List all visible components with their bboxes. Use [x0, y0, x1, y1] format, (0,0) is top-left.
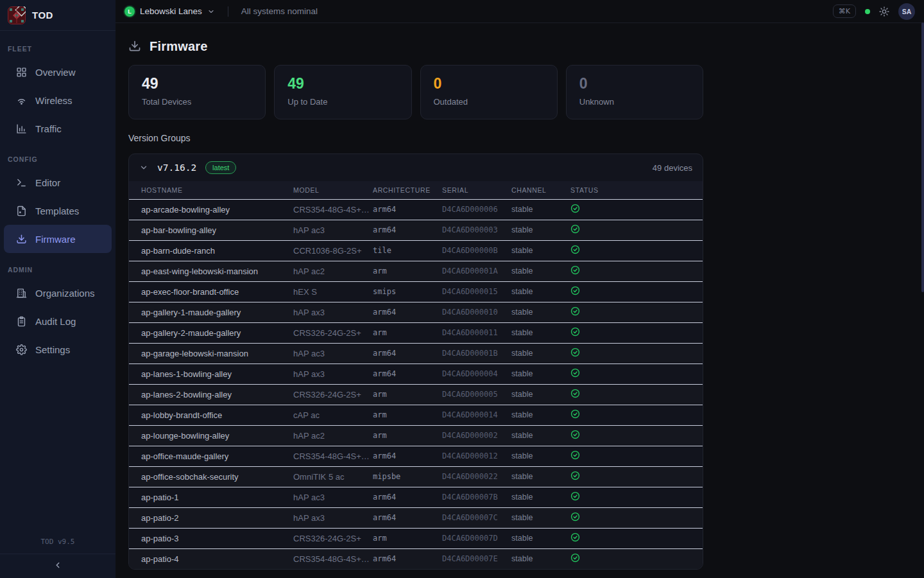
cell-status	[570, 425, 703, 446]
cell-status	[570, 302, 703, 322]
cell-status	[570, 528, 703, 548]
cell-host: ap-patio-3	[129, 528, 293, 548]
topbar-right: ⌘K SA	[833, 3, 915, 20]
stat-card-unknown: 0 Unknown	[566, 65, 703, 119]
device-row-ap-patio-1[interactable]: ap-patio-1hAP ac3arm64D4CA6D00007Bstable	[129, 487, 703, 507]
cell-arch: arm64	[373, 507, 442, 528]
section-title: Version Groups	[128, 133, 924, 143]
cell-model: cAP ac	[293, 405, 373, 425]
sidebar-item-settings[interactable]: Settings	[0, 335, 116, 363]
sidebar-collapse-button[interactable]	[0, 554, 116, 578]
sidebar-item-organizations[interactable]: Organizations	[0, 279, 116, 307]
sidebar-item-label: Firmware	[35, 234, 76, 245]
check-circle-icon	[570, 389, 580, 398]
cell-status	[570, 199, 703, 220]
cell-model: hAP ax3	[293, 302, 373, 322]
sidebar-item-overview[interactable]: Overview	[0, 58, 116, 86]
stat-label: Outdated	[434, 97, 544, 107]
check-circle-icon	[570, 491, 580, 501]
cell-chan: stable	[511, 199, 570, 220]
cell-chan: stable	[511, 240, 570, 261]
version-group-header[interactable]: v7.16.2 latest 49 devices	[129, 154, 703, 181]
user-avatar[interactable]: SA	[898, 3, 915, 20]
cell-serial: D4CA6D000003	[442, 220, 511, 240]
device-row-ap-east-wing-lebowski-mansion[interactable]: ap-east-wing-lebowski-mansionhAP ac2armD…	[129, 261, 703, 281]
sidebar-item-firmware[interactable]: Firmware	[4, 225, 112, 253]
device-row-ap-arcade-bowling-alley[interactable]: ap-arcade-bowling-alleyCRS354-48G-4S+…ar…	[129, 199, 703, 220]
sidebar-item-wireless[interactable]: Wireless	[0, 86, 116, 114]
column-header-status: STATUS	[570, 181, 703, 199]
download-icon	[128, 40, 141, 53]
cell-status	[570, 343, 703, 363]
sidebar-item-templates[interactable]: Templates	[0, 197, 116, 225]
cell-status	[570, 548, 703, 569]
stats-row: 49 Total Devices 49 Up to Date 0 Outdate…	[128, 65, 703, 119]
cell-arch: arm64	[373, 302, 442, 322]
device-row-ap-patio-3[interactable]: ap-patio-3CRS326-24G-2S+armD4CA6D00007Ds…	[129, 528, 703, 548]
cell-arch: smips	[373, 281, 442, 302]
cell-status	[570, 405, 703, 425]
cell-host: ap-arcade-bowling-alley	[129, 199, 293, 220]
device-row-ap-exec-floor-brandt-office[interactable]: ap-exec-floor-brandt-officehEX SsmipsD4C…	[129, 281, 703, 302]
cell-chan: stable	[511, 466, 570, 487]
cell-model: hEX S	[293, 281, 373, 302]
sidebar-nav: FLEETOverviewWirelessTrafficCONFIGEditor…	[0, 31, 116, 363]
sun-icon	[879, 6, 889, 17]
cell-chan: stable	[511, 343, 570, 363]
device-row-ap-patio-4[interactable]: ap-patio-4CRS354-48G-4S+…arm64D4CA6D0000…	[129, 548, 703, 569]
check-circle-icon	[570, 430, 580, 439]
check-circle-icon	[570, 347, 580, 357]
device-row-ap-garage-lebowski-mansion[interactable]: ap-garage-lebowski-mansionhAP ac3arm64D4…	[129, 343, 703, 363]
device-row-ap-barn-dude-ranch[interactable]: ap-barn-dude-ranchCCR1036-8G-2S+tileD4CA…	[129, 240, 703, 261]
cell-model: hAP ac3	[293, 220, 373, 240]
sidebar-item-label: Audit Log	[35, 316, 76, 327]
org-switcher[interactable]: L Lebowski Lanes	[124, 6, 215, 17]
theme-toggle-button[interactable]	[879, 6, 889, 17]
cell-chan: stable	[511, 322, 570, 343]
cell-arch: arm64	[373, 363, 442, 384]
download-icon	[15, 233, 27, 245]
column-header-channel: CHANNEL	[511, 181, 570, 199]
stat-card-total: 49 Total Devices	[128, 65, 266, 119]
cell-chan: stable	[511, 220, 570, 240]
cell-status	[570, 446, 703, 466]
cell-serial: D4CA6D000010	[442, 302, 511, 322]
main-area: L Lebowski Lanes All systems nominal ⌘K …	[116, 0, 924, 578]
cell-host: ap-gallery-2-maude-gallery	[129, 322, 293, 343]
topbar: L Lebowski Lanes All systems nominal ⌘K …	[116, 0, 924, 23]
device-row-ap-gallery-1-maude-gallery[interactable]: ap-gallery-1-maude-galleryhAP ax3arm64D4…	[129, 302, 703, 322]
device-row-ap-bar-bowling-alley[interactable]: ap-bar-bowling-alleyhAP ac3arm64D4CA6D00…	[129, 220, 703, 240]
device-row-ap-patio-2[interactable]: ap-patio-2hAP ax3arm64D4CA6D00007Cstable	[129, 507, 703, 528]
device-row-ap-office-maude-gallery[interactable]: ap-office-maude-galleryCRS354-48G-4S+…ar…	[129, 446, 703, 466]
sidebar-item-editor[interactable]: Editor	[0, 168, 116, 197]
org-name: Lebowski Lanes	[140, 6, 202, 16]
cell-chan: stable	[511, 446, 570, 466]
sidebar-section-label: ADMIN	[0, 266, 116, 277]
app-window: TOD FLEETOverviewWirelessTrafficCONFIGEd…	[0, 0, 924, 578]
cell-status	[570, 507, 703, 528]
cell-host: ap-garage-lebowski-mansion	[129, 343, 293, 363]
wifi-icon	[15, 94, 27, 106]
device-row-ap-lounge-bowling-alley[interactable]: ap-lounge-bowling-alleyhAP ac2armD4CA6D0…	[129, 425, 703, 446]
cell-serial: D4CA6D00007D	[442, 528, 511, 548]
cell-host: ap-patio-4	[129, 548, 293, 569]
device-row-ap-lanes-2-bowling-alley[interactable]: ap-lanes-2-bowling-alleyCRS326-24G-2S+ar…	[129, 384, 703, 405]
device-row-ap-office-sobchak-security[interactable]: ap-office-sobchak-securityOmniTIK 5 acmi…	[129, 466, 703, 487]
check-circle-icon	[570, 553, 580, 563]
cell-serial: D4CA6D00007B	[442, 487, 511, 507]
device-row-ap-lobby-brandt-office[interactable]: ap-lobby-brandt-officecAP acarmD4CA6D000…	[129, 405, 703, 425]
device-row-ap-lanes-1-bowling-alley[interactable]: ap-lanes-1-bowling-alleyhAP ax3arm64D4CA…	[129, 363, 703, 384]
sidebar-item-traffic[interactable]: Traffic	[0, 114, 116, 143]
cell-host: ap-lanes-2-bowling-alley	[129, 384, 293, 405]
cell-host: ap-bar-bowling-alley	[129, 220, 293, 240]
vertical-scrollbar[interactable]	[921, 22, 924, 292]
cell-host: ap-barn-dude-ranch	[129, 240, 293, 261]
device-row-ap-gallery-2-maude-gallery[interactable]: ap-gallery-2-maude-galleryCRS326-24G-2S+…	[129, 322, 703, 343]
command-palette-shortcut[interactable]: ⌘K	[833, 4, 856, 18]
cell-chan: stable	[511, 281, 570, 302]
sidebar-item-label: Settings	[35, 344, 70, 355]
check-circle-icon	[570, 532, 580, 542]
stat-value: 0	[579, 75, 690, 93]
cell-arch: arm64	[373, 199, 442, 220]
sidebar-item-audit-log[interactable]: Audit Log	[0, 307, 116, 335]
